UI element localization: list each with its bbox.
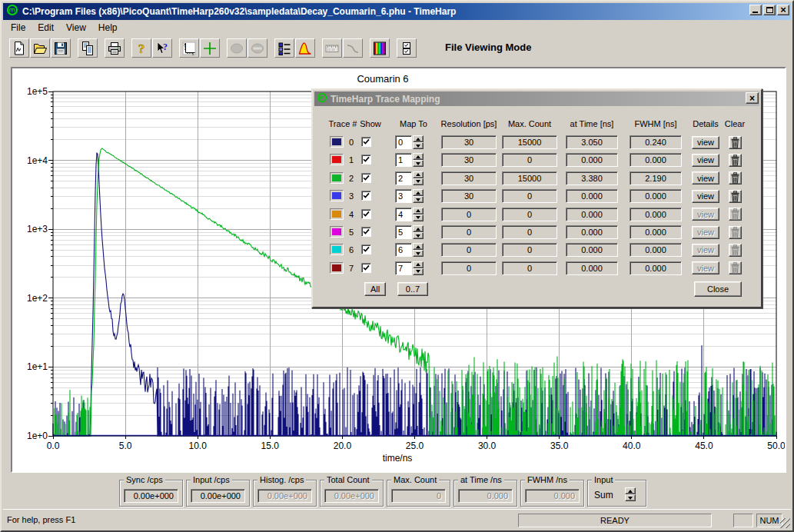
title-bar[interactable]: C:\Program Files (x86)\PicoQuant\TimeHar… [3,3,791,20]
clear-trash-button[interactable] [729,136,742,149]
map-to-spinner[interactable] [413,135,424,149]
dialog-title-bar[interactable]: TimeHarp Trace Mapping [314,91,759,106]
trace-number: 3 [349,191,354,201]
at-time-field: 0.000 [566,261,618,275]
save-button[interactable] [51,38,71,58]
all-button[interactable]: All [364,282,386,296]
at-time-field: 0.000 [566,153,618,167]
svg-text:25.0: 25.0 [406,441,424,451]
clear-trash-button [729,208,742,221]
show-checkbox[interactable] [361,263,371,273]
map-to-spinner[interactable] [413,171,424,185]
view-button: view [692,261,719,274]
status-group-sync-cps: Sync /cps0.00e+000 [119,480,183,507]
context-help-icon: ? [154,41,170,56]
open-file-button[interactable] [30,38,50,58]
show-checkbox[interactable] [361,155,371,165]
dialog-close-action-button[interactable]: Close [694,281,742,297]
show-checkbox[interactable] [361,191,371,201]
status-empty-pane [733,514,753,527]
map-to-spinner[interactable] [413,153,424,167]
show-checkbox[interactable] [361,137,371,147]
menu-edit[interactable]: Edit [32,21,60,35]
at-time-field: 0.000 [566,243,618,257]
map-to-spinner[interactable] [413,208,424,221]
maximize-button[interactable] [763,5,776,15]
svg-text:1e+1: 1e+1 [27,361,48,372]
menu-help[interactable]: Help [92,21,124,35]
map-to-spinner[interactable] [413,261,424,275]
map-to-input[interactable]: 0 [395,135,412,149]
circle-button [227,38,247,58]
map-to-input[interactable]: 7 [395,261,412,275]
clear-trash-button[interactable] [729,154,742,167]
color-map-button[interactable] [370,38,390,58]
show-checkbox[interactable] [361,209,371,219]
resolution-field: 0 [441,225,497,239]
svg-text:50.0: 50.0 [767,441,785,451]
trace-color-swatch [330,208,344,220]
view-button[interactable]: view [692,171,719,185]
map-to-input[interactable]: 2 [395,171,412,185]
menu-file[interactable]: File [5,21,32,35]
resolution-field: 0 [441,208,497,221]
svg-text:Coumarin 6: Coumarin 6 [357,73,408,85]
crosshair-icon [202,41,218,56]
map-to-input[interactable]: 4 [395,208,412,221]
show-checkbox[interactable] [361,227,371,237]
dialog-close-button[interactable]: × [746,92,759,104]
map-to-input[interactable]: 5 [395,225,412,239]
circle-minus-button [248,38,267,58]
trace-toggle-icon [399,41,414,56]
peak-button[interactable] [295,38,315,58]
trace-list-button[interactable] [274,38,294,58]
map-to-spinner[interactable] [413,243,424,257]
fwhm-field: 0.240 [630,135,682,149]
axes-button[interactable]: yx [179,38,199,58]
fwhm-field: 0.000 [630,243,682,257]
view-button[interactable]: view [692,136,719,149]
window-title: C:\Program Files (x86)\PicoQuant\TimeHar… [22,6,456,17]
clear-trash-button [729,226,742,239]
resize-grip-icon[interactable] [780,518,790,528]
help-button[interactable]: ? [131,38,151,58]
view-button[interactable]: view [692,154,719,167]
crosshair-button[interactable] [200,38,220,58]
dialog-column-header: Max. Count [508,119,551,128]
print-button[interactable] [105,38,125,58]
map-to-spinner[interactable] [413,189,424,203]
svg-text:?: ? [163,42,168,52]
input-mode-spinner[interactable] [625,487,636,501]
view-button: view [692,226,719,239]
clear-trash-button[interactable] [729,171,742,185]
new-file-button[interactable] [9,38,29,58]
trace-toggle-button[interactable] [397,38,417,58]
minimize-button[interactable] [749,5,762,15]
view-button[interactable]: view [692,190,719,203]
help-icon: ? [134,41,149,56]
dialog-column-header: Details [693,119,719,128]
status-group-fwhm-ns: FWHM /ns0.000 [520,480,584,507]
range-0-7-button[interactable]: 0..7 [397,282,428,296]
trace-number: 0 [349,138,354,147]
map-to-spinner[interactable] [413,225,424,239]
map-to-input[interactable]: 6 [395,243,412,257]
trace-color-swatch [330,244,344,255]
context-help-button[interactable]: ? [152,38,172,58]
dialog-logo-icon [317,92,327,106]
show-checkbox[interactable] [361,173,371,183]
fwhm-field: 0.000 [630,189,682,203]
fwhm-field: 0.000 [630,208,682,221]
svg-text:12 13: 12 13 [327,48,336,52]
close-icon: × [778,4,789,16]
menu-view[interactable]: View [60,21,92,35]
trace-number: 5 [349,228,354,237]
map-to-input[interactable]: 3 [395,189,412,203]
close-button[interactable]: × [777,5,789,15]
axes-icon: yx [181,41,197,56]
show-checkbox[interactable] [361,244,371,254]
clear-trash-button[interactable] [729,190,742,203]
copy-button[interactable] [78,38,98,58]
peak-icon [297,41,313,56]
map-to-input[interactable]: 1 [395,153,412,167]
